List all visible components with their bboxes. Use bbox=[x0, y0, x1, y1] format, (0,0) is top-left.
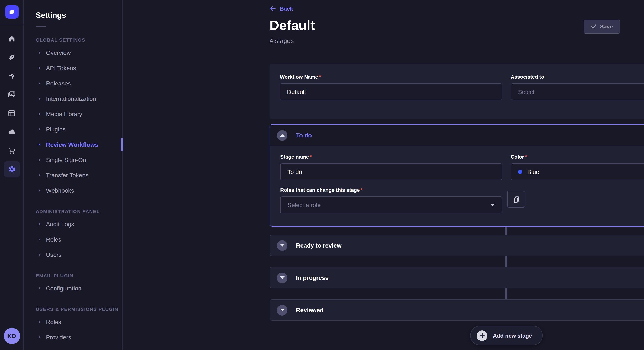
sidebar-item-webhooks[interactable]: Webhooks bbox=[36, 183, 122, 198]
page-title: Default bbox=[270, 18, 315, 33]
strapi-logo-glyph bbox=[8, 8, 15, 15]
stage-panel-title: To do bbox=[296, 132, 312, 139]
bullet-icon bbox=[39, 67, 40, 69]
bullet-icon bbox=[39, 144, 40, 146]
sidebar-item-users[interactable]: Users bbox=[36, 247, 122, 262]
workflow-name-field: Workflow Name* Default bbox=[280, 74, 502, 109]
sidebar-item-label: Media Library bbox=[46, 111, 82, 117]
sidebar-item-label: Providers bbox=[46, 334, 71, 341]
deploy-icon bbox=[8, 128, 16, 136]
expand-stage-button[interactable] bbox=[277, 272, 288, 283]
stage-row-label: In progress bbox=[296, 274, 328, 281]
color-swatch-blue bbox=[518, 170, 522, 174]
settings-icon bbox=[8, 165, 16, 174]
releases-icon bbox=[8, 72, 16, 80]
sidebar-item-label: Users bbox=[46, 251, 62, 258]
title-underline bbox=[36, 26, 46, 27]
sidebar-item-overview[interactable]: Overview bbox=[36, 45, 122, 60]
sidebar-item-plugins[interactable]: Plugins bbox=[36, 122, 122, 137]
stage-panel-body: Stage name* To do Color* Blue Ro bbox=[270, 146, 644, 226]
stage-color-field: Color* Blue bbox=[511, 154, 644, 180]
sidebar-item-label: Overview bbox=[46, 49, 71, 56]
stage-name-field: Stage name* To do bbox=[280, 154, 502, 180]
stage-row-in-progress[interactable]: In progress bbox=[270, 267, 644, 288]
stage-row-reviewed[interactable]: Reviewed bbox=[270, 299, 644, 321]
sidebar-item-label: Roles bbox=[46, 236, 61, 243]
bullet-icon bbox=[39, 128, 40, 130]
home-icon bbox=[8, 34, 16, 42]
associated-to-select[interactable]: Select bbox=[511, 83, 644, 100]
rail-item-marketplace-icon[interactable] bbox=[4, 143, 20, 159]
stage-roles-field: Roles that can change this stage* Select… bbox=[280, 187, 502, 213]
nav-list: OverviewAPI TokensReleasesInternationali… bbox=[36, 45, 122, 198]
bullet-icon bbox=[39, 174, 40, 176]
rail-item-content-manager-icon[interactable] bbox=[4, 49, 20, 65]
strapi-logo[interactable] bbox=[5, 5, 18, 19]
sidebar-item-releases[interactable]: Releases bbox=[36, 76, 122, 91]
rail-item-home-icon[interactable] bbox=[4, 30, 20, 46]
stage-name-label: Stage name* bbox=[280, 154, 502, 160]
sidebar-item-providers[interactable]: Providers bbox=[36, 330, 122, 345]
chevron-down-icon bbox=[280, 244, 284, 247]
required-marker: * bbox=[525, 154, 527, 160]
sidebar-item-transfer-tokens[interactable]: Transfer Tokens bbox=[36, 168, 122, 183]
sidebar-item-media-library[interactable]: Media Library bbox=[36, 106, 122, 122]
stage-name-input[interactable]: To do bbox=[280, 163, 502, 180]
nav-section-label: ADMINISTRATION PANEL bbox=[36, 209, 122, 214]
sidebar-item-label: Single Sign-On bbox=[46, 157, 86, 163]
stage-roles-select[interactable]: Select a role bbox=[280, 196, 502, 213]
user-avatar[interactable]: KD bbox=[4, 328, 20, 344]
chevron-down-icon bbox=[491, 204, 495, 206]
main-content: Back Default 4 stages Save Workflow Name… bbox=[123, 0, 644, 350]
stage-color-select[interactable]: Blue bbox=[511, 163, 644, 180]
associated-to-label: Associated to bbox=[511, 74, 644, 80]
back-link[interactable]: Back bbox=[270, 5, 293, 12]
nav-list: Audit LogsRolesUsers bbox=[36, 216, 122, 262]
copy-icon bbox=[512, 195, 520, 203]
settings-sidebar-title: Settings bbox=[36, 11, 122, 20]
marketplace-icon bbox=[8, 147, 16, 155]
sidebar-item-label: Review Workflows bbox=[46, 141, 98, 148]
chevron-down-icon bbox=[280, 276, 284, 279]
expand-stage-button[interactable] bbox=[277, 240, 288, 251]
save-button[interactable]: Save bbox=[583, 19, 620, 34]
bullet-icon bbox=[39, 190, 40, 191]
sidebar-item-internationalization[interactable]: Internationalization bbox=[36, 91, 122, 106]
bullet-icon bbox=[39, 113, 40, 115]
stage-row-ready-to-review[interactable]: Ready to review bbox=[270, 235, 644, 256]
bullet-icon bbox=[39, 82, 40, 84]
page-subtitle: 4 stages bbox=[270, 37, 294, 44]
sidebar-item-api-tokens[interactable]: API Tokens bbox=[36, 60, 122, 76]
sidebar-item-configuration[interactable]: Configuration bbox=[36, 281, 122, 296]
rail-item-deploy-icon[interactable] bbox=[4, 124, 20, 140]
nav-section-label: USERS & PERMISSIONS PLUGIN bbox=[36, 307, 122, 312]
rail-divider bbox=[0, 24, 24, 24]
expand-stage-button[interactable] bbox=[277, 305, 288, 315]
sidebar-item-audit-logs[interactable]: Audit Logs bbox=[36, 216, 122, 232]
rail-item-releases-icon[interactable] bbox=[4, 68, 20, 84]
add-new-stage-button[interactable]: Add new stage bbox=[470, 326, 543, 345]
main-nav-rail: KD bbox=[0, 0, 24, 350]
strapi-admin-app: KD Settings GLOBAL SETTINGSOverviewAPI T… bbox=[0, 0, 644, 350]
stage-roles-label: Roles that can change this stage* bbox=[280, 187, 502, 193]
stage-panel-header[interactable]: To do bbox=[270, 125, 644, 146]
active-indicator bbox=[122, 138, 123, 151]
bullet-icon bbox=[39, 336, 40, 338]
sidebar-item-label: Roles bbox=[46, 319, 61, 325]
sidebar-item-review-workflows[interactable]: Review Workflows bbox=[36, 137, 122, 152]
sidebar-item-roles[interactable]: Roles bbox=[36, 232, 122, 247]
sidebar-item-label: Transfer Tokens bbox=[46, 172, 88, 178]
duplicate-roles-button[interactable] bbox=[507, 190, 525, 207]
collapse-stage-button[interactable] bbox=[277, 130, 288, 141]
rail-item-media-library-icon[interactable] bbox=[4, 86, 20, 103]
nav-section-label: GLOBAL SETTINGS bbox=[36, 37, 122, 42]
nav-section-label: EMAIL PLUGIN bbox=[36, 273, 122, 278]
plus-icon bbox=[476, 330, 487, 341]
workflow-meta-card: Workflow Name* Default Associated to Sel… bbox=[270, 64, 644, 119]
rail-item-content-type-builder-icon[interactable] bbox=[4, 105, 20, 121]
workflow-name-input[interactable]: Default bbox=[280, 83, 502, 100]
sidebar-item-single-sign-on[interactable]: Single Sign-On bbox=[36, 152, 122, 168]
rail-item-settings-icon[interactable] bbox=[4, 161, 20, 177]
sidebar-item-roles[interactable]: Roles bbox=[36, 314, 122, 330]
sidebar-item-label: Plugins bbox=[46, 126, 66, 133]
